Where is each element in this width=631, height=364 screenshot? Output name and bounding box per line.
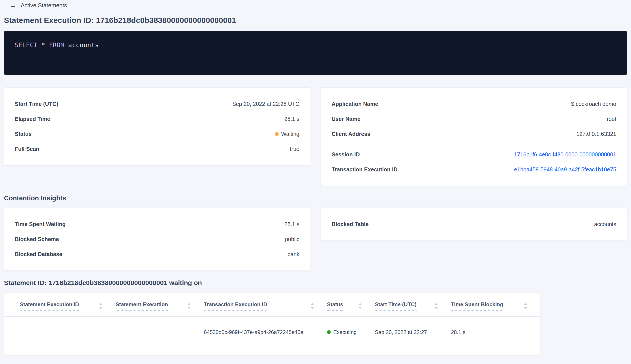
contention-insights-heading: Contention Insights	[4, 194, 627, 202]
column-header-start-time[interactable]: Start Time (UTC)	[375, 292, 451, 316]
cell-statement-execution	[116, 316, 204, 348]
execution-details-card: Start Time (UTC) Sep 20, 2022 at 22:28 U…	[4, 87, 310, 166]
start-time-value: Sep 20, 2022 at 22:28 UTC	[232, 101, 300, 107]
blocked-database-row: Blocked Database bank	[15, 247, 300, 262]
status-value: Waiting	[281, 131, 300, 137]
sql-statement-box: SELECT * FROM accounts	[4, 31, 627, 75]
time-spent-waiting-value: 28.1 s	[284, 221, 300, 228]
column-header-transaction-execution-id-label: Transaction Execution ID	[204, 301, 267, 310]
waiting-status-dot-icon	[275, 132, 279, 136]
back-arrow-icon: ←	[9, 2, 16, 9]
sql-star: *	[42, 42, 45, 49]
elapsed-time-label: Elapsed Time	[15, 116, 50, 122]
column-header-time-spent-blocking-label: Time Spent Blocking	[451, 301, 503, 310]
application-name-row: Application Name $ cockroach demo	[332, 96, 616, 112]
sort-icon	[99, 303, 103, 309]
application-name-value: $ cockroach demo	[571, 101, 616, 107]
session-id-label: Session ID	[332, 151, 360, 158]
status-row: Status Waiting	[15, 126, 300, 142]
sql-table-name: accounts	[68, 42, 99, 49]
time-spent-waiting-row: Time Spent Waiting 28.1 s	[15, 217, 300, 232]
session-id-link[interactable]: 1716b1f6-4e0c-f480-0000-000000000001	[514, 151, 616, 158]
status-label: Status	[15, 131, 32, 137]
blocked-table-label: Blocked Table	[332, 221, 369, 228]
client-address-label: Client Address	[332, 131, 370, 137]
sort-icon	[310, 303, 314, 309]
session-details-card: Application Name $ cockroach demo User N…	[321, 87, 627, 186]
user-name-row: User Name root	[332, 112, 616, 126]
session-id-row: Session ID 1716b1f6-4e0c-f480-0000-00000…	[332, 147, 616, 162]
client-address-row: Client Address 127.0.0.1:63321	[332, 126, 616, 142]
elapsed-time-value: 28.1 s	[284, 116, 300, 122]
table-header-row: Statement Execution ID Statement Executi…	[4, 292, 540, 316]
client-address-value: 127.0.0.1:63321	[576, 131, 616, 137]
cell-statement-execution-id	[4, 316, 116, 348]
start-time-label: Start Time (UTC)	[15, 101, 58, 107]
blocked-schema-value: public	[285, 236, 300, 242]
transaction-execution-id-link[interactable]: e1bba458-5948-40a9-a42f-5feac1b10e75	[514, 166, 616, 173]
sql-keyword-from: FROM	[49, 42, 64, 49]
elapsed-time-row: Elapsed Time 28.1 s	[15, 112, 300, 126]
column-header-statement-execution-id-label: Statement Execution ID	[20, 301, 79, 310]
user-name-value: root	[607, 116, 616, 122]
contention-cards-row: Time Spent Waiting 28.1 s Blocked Schema…	[4, 208, 627, 271]
time-spent-waiting-label: Time Spent Waiting	[15, 221, 66, 228]
column-header-status-label: Status	[327, 301, 343, 310]
blocked-schema-row: Blocked Schema public	[15, 232, 300, 247]
sort-icon	[187, 303, 191, 309]
contention-waiting-card: Time Spent Waiting 28.1 s Blocked Schema…	[4, 208, 310, 271]
full-scan-label: Full Scan	[15, 146, 39, 152]
transaction-execution-id-row: Transaction Execution ID e1bba458-5948-4…	[332, 162, 616, 177]
overview-cards-row: Start Time (UTC) Sep 20, 2022 at 22:28 U…	[4, 87, 627, 186]
user-name-label: User Name	[332, 116, 360, 122]
cell-status-value: Executing	[333, 329, 356, 335]
back-link-label: Active Statements	[21, 2, 67, 9]
application-name-label: Application Name	[332, 101, 378, 107]
blocked-table-value: accounts	[594, 221, 616, 228]
blocked-table-card: Blocked Table accounts	[321, 208, 627, 241]
column-header-statement-execution[interactable]: Statement Execution	[116, 292, 204, 316]
back-link[interactable]: ← Active Statements	[9, 0, 67, 9]
status-badge: Waiting	[275, 131, 300, 137]
start-time-row: Start Time (UTC) Sep 20, 2022 at 22:28 U…	[15, 96, 300, 112]
sort-icon	[434, 303, 438, 309]
statement-execution-details-page: ← Active Statements Statement Execution …	[0, 0, 631, 355]
blocked-schema-label: Blocked Schema	[15, 236, 59, 242]
session-card-divider	[332, 144, 616, 144]
blocked-database-value: bank	[288, 251, 300, 258]
blocked-database-label: Blocked Database	[15, 251, 62, 258]
column-header-statement-execution-label: Statement Execution	[116, 301, 168, 310]
blocked-table-row: Blocked Table accounts	[332, 217, 616, 232]
waiting-on-table: Statement Execution ID Statement Executi…	[4, 292, 540, 348]
column-header-status[interactable]: Status	[327, 292, 375, 316]
sql-keyword-select: SELECT	[14, 42, 38, 49]
executing-status-dot-icon	[327, 330, 331, 334]
transaction-execution-id-label: Transaction Execution ID	[332, 166, 398, 173]
waiting-on-table-card: Statement Execution ID Statement Executi…	[4, 292, 540, 355]
sort-icon	[524, 303, 528, 309]
cell-time-spent-blocking: 28.1 s	[451, 316, 540, 348]
sort-icon	[358, 303, 362, 309]
cell-transaction-execution-id: 64530d0c-969f-437e-a9b4-26a72245e45e	[204, 316, 327, 348]
table-row: 64530d0c-969f-437e-a9b4-26a72245e45e Exe…	[4, 316, 540, 348]
cell-status: Executing	[327, 316, 375, 348]
full-scan-value: true	[290, 146, 300, 152]
column-header-time-spent-blocking[interactable]: Time Spent Blocking	[451, 292, 540, 316]
column-header-start-time-label: Start Time (UTC)	[375, 301, 416, 310]
cell-start-time: Sep 20, 2022 at 22:27	[375, 316, 451, 348]
waiting-on-heading: Statement ID: 1716b218dc0b38380000000000…	[4, 279, 627, 286]
page-title: Statement Execution ID: 1716b218dc0b3838…	[4, 16, 627, 25]
full-scan-row: Full Scan true	[15, 142, 300, 156]
column-header-transaction-execution-id[interactable]: Transaction Execution ID	[204, 292, 327, 316]
column-header-statement-execution-id[interactable]: Statement Execution ID	[4, 292, 116, 316]
